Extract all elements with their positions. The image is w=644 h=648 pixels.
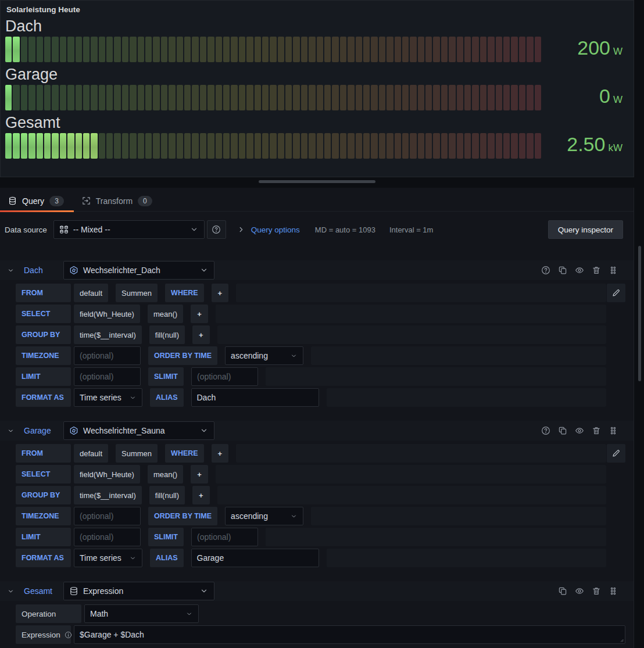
collapse-query-icon[interactable] [7,588,15,595]
edit-raw-query-button[interactable] [607,444,625,463]
query-datasource-picker[interactable]: Expression [63,582,214,600]
tab-query[interactable]: Query 3 [0,191,74,211]
vertical-scrollbar[interactable] [638,246,641,381]
query-part-chip[interactable]: default [74,444,108,463]
delete-query-icon[interactable] [592,266,601,275]
gauge-cell [270,37,276,62]
query-part-chip[interactable]: Summen [116,284,158,302]
gauge-cell [324,133,331,159]
toggle-visibility-icon[interactable] [575,426,584,435]
row-filler [327,388,607,407]
query-text-input[interactable] [191,528,258,546]
solar-panel: Solarleistung Heute Dach200WGarage0WGesa… [0,0,634,177]
query-part-keyword[interactable]: WHERE [165,284,204,302]
gauge-cell [457,37,463,62]
gauge-cell [200,85,206,110]
gauge-cell [177,37,183,62]
toggle-visibility-icon[interactable] [575,266,584,275]
query-editor-row: FROMdefaultSummenWHERE+ [16,444,606,463]
row-label: TIMEZONE [16,346,71,365]
collapse-query-icon[interactable] [7,267,15,274]
gauge-cell [324,37,331,62]
pane-resize-handle[interactable] [259,180,375,183]
mixed-datasource-icon [59,225,69,234]
drag-handle-icon[interactable] [609,586,618,596]
gauge-cell [52,133,58,159]
panel-title: Solarleistung Heute [5,5,622,14]
delete-query-icon[interactable] [592,586,601,596]
query-part-chip[interactable]: mean() [148,465,183,484]
query-select[interactable]: Math [84,604,199,623]
info-icon[interactable] [65,631,72,639]
expression-textarea[interactable]: $Garage + $Dach [74,625,625,644]
add-part-button[interactable]: + [191,465,208,484]
query-select[interactable]: ascending [225,507,303,525]
gauge-cell [37,37,43,62]
gauge-cell [488,133,494,159]
query-part-chip[interactable]: Summen [116,444,158,463]
query-help-icon[interactable] [541,426,550,435]
query-part-chip[interactable]: time($__interval) [74,325,142,344]
gauge-cell [246,37,253,62]
query-part-keyword[interactable]: WHERE [165,444,204,463]
resize-grip-icon[interactable] [617,636,624,643]
drag-handle-icon[interactable] [609,426,618,435]
query-text-input[interactable] [74,507,141,525]
query-text-input[interactable] [74,367,141,386]
add-part-button[interactable]: + [192,325,210,344]
add-part-button[interactable]: + [212,284,229,302]
duplicate-query-icon[interactable] [558,426,567,435]
gauge-cell [122,133,128,159]
drag-handle-icon[interactable] [609,266,618,275]
gauge-cell [293,85,299,110]
datasource-picker[interactable]: -- Mixed -- [53,220,205,239]
row-label: TIMEZONE [16,507,71,525]
query-text-input[interactable] [191,388,319,407]
query-text-input[interactable] [191,549,319,567]
query-part-chip[interactable]: mean() [148,305,183,323]
query-text-input[interactable] [191,367,258,386]
query-editor-row: LIMITSLIMIT [16,528,606,546]
toggle-visibility-icon[interactable] [575,586,584,596]
query-part-chip[interactable]: field(Wh_Heute) [74,305,140,323]
query-part-chip[interactable]: fill(null) [149,325,185,344]
collapse-query-icon[interactable] [7,427,15,435]
query-select[interactable]: Time series [74,549,142,567]
query-help-icon[interactable] [541,266,550,275]
query-part-chip[interactable]: fill(null) [149,486,185,504]
duplicate-query-icon[interactable] [558,586,567,596]
query-select[interactable]: ascending [225,346,303,365]
query-datasource-picker[interactable]: Wechselrichter_Dach [63,261,214,280]
tab-transform[interactable]: Transform 0 [74,191,162,211]
edit-raw-query-button[interactable] [607,284,625,302]
query-name[interactable]: Garage [24,426,63,435]
query-select[interactable]: Time series [74,388,142,407]
add-part-button[interactable]: + [191,305,208,323]
chevron-right-icon[interactable] [237,225,246,234]
datasource-help-button[interactable] [207,220,226,239]
gauge-cell [348,133,354,159]
query-name[interactable]: Dach [24,266,63,275]
chevron-down-icon [189,225,199,234]
duplicate-query-icon[interactable] [558,266,567,275]
query-inspector-button[interactable]: Query inspector [548,220,623,239]
query-part-chip[interactable]: default [74,284,108,302]
query-text-input[interactable] [74,528,141,546]
query-part-chip[interactable]: time($__interval) [74,486,142,504]
add-part-button[interactable]: + [212,444,229,463]
query-editor-row: LIMITSLIMIT [16,367,606,386]
query-text-input[interactable] [74,346,141,365]
gauge-cell [395,85,401,110]
delete-query-icon[interactable] [592,426,601,435]
query-name[interactable]: Gesamt [24,586,63,596]
gauge-cell [184,85,191,110]
add-part-button[interactable]: + [192,486,210,504]
query-options-toggle[interactable]: Query options [251,225,300,234]
query-datasource-picker[interactable]: Wechselrichter_Sauna [63,421,214,440]
query-header: DachWechselrichter_Dach [0,260,634,280]
gauge-cell [5,85,12,110]
gauge-cell [371,85,377,110]
query-part-chip[interactable]: field(Wh_Heute) [74,465,140,484]
gauge-cell [340,85,346,110]
gauge-cell [239,85,245,110]
